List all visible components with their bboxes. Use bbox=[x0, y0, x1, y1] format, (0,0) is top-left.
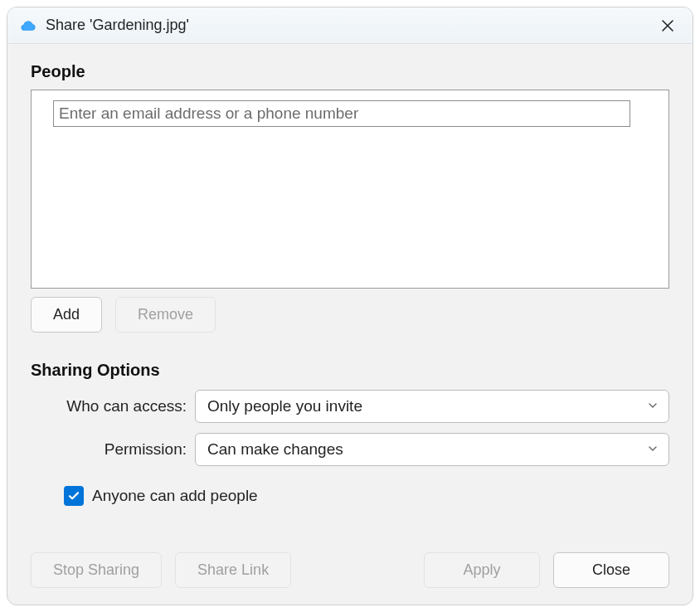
chevron-down-icon bbox=[647, 440, 659, 459]
email-input[interactable] bbox=[53, 100, 630, 127]
anyone-can-add-label: Anyone can add people bbox=[92, 487, 258, 505]
dialog-content: People Add Remove Sharing Options Who ca… bbox=[7, 44, 693, 605]
window-title: Share 'Gardening.jpg' bbox=[46, 17, 189, 34]
permission-label: Permission: bbox=[31, 440, 195, 459]
permission-select[interactable]: Can make changes bbox=[195, 433, 669, 466]
anyone-can-add-checkbox[interactable] bbox=[64, 486, 84, 506]
chevron-down-icon bbox=[647, 397, 659, 415]
titlebar: Share 'Gardening.jpg' bbox=[7, 7, 693, 44]
close-button[interactable]: Close bbox=[553, 552, 669, 588]
share-link-button[interactable]: Share Link bbox=[175, 552, 291, 588]
who-can-access-select[interactable]: Only people you invite bbox=[195, 390, 669, 423]
people-list-box bbox=[31, 90, 669, 289]
add-button[interactable]: Add bbox=[31, 297, 102, 333]
cloud-icon bbox=[19, 17, 37, 35]
who-can-access-label: Who can access: bbox=[31, 397, 195, 415]
permission-value: Can make changes bbox=[207, 440, 343, 459]
who-can-access-value: Only people you invite bbox=[207, 397, 362, 415]
apply-button[interactable]: Apply bbox=[424, 552, 540, 588]
stop-sharing-button[interactable]: Stop Sharing bbox=[31, 552, 162, 588]
sharing-options-heading: Sharing Options bbox=[31, 361, 669, 380]
close-icon[interactable] bbox=[654, 12, 681, 39]
people-heading: People bbox=[31, 62, 669, 81]
remove-button[interactable]: Remove bbox=[115, 297, 216, 333]
share-dialog: Share 'Gardening.jpg' People Add Remove … bbox=[7, 7, 693, 605]
